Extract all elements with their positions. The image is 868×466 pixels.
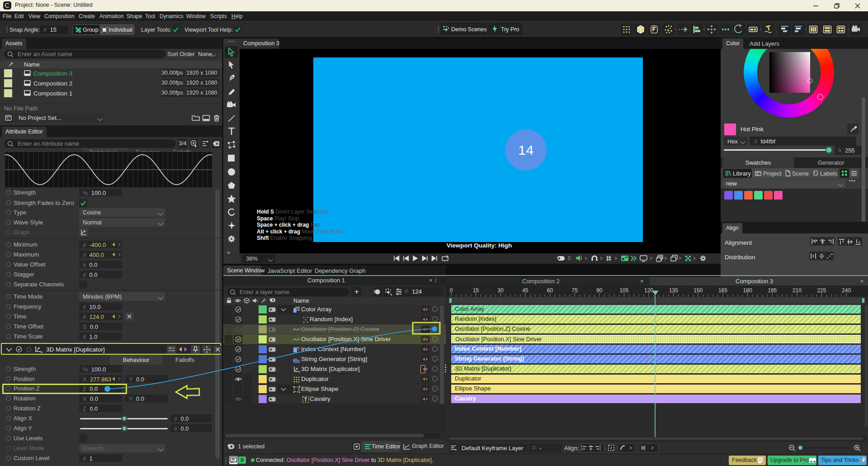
svg-text:0: 0 bbox=[568, 255, 571, 262]
